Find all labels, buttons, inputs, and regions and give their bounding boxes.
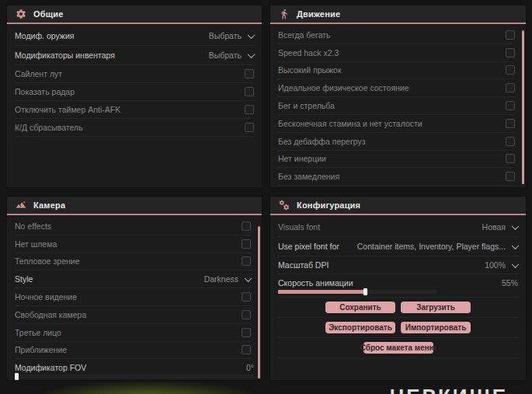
cd-reset-checkbox[interactable] (245, 123, 254, 132)
animation-speed-slider[interactable] (278, 290, 437, 294)
row-no-effects: No effects (15, 218, 251, 235)
row-no-inertia: Нет инерции (278, 151, 515, 169)
fov-slider[interactable] (15, 375, 254, 378)
row-cd-reset: К/Д сбрасыватель (15, 119, 254, 137)
row-anti-afk: Отключить таймер Anti-AFK (15, 101, 254, 119)
runner-icon (279, 9, 290, 19)
night-vision-checkbox[interactable] (242, 292, 251, 302)
panel-movement: Движение Всегда бегать Speed hack x2.3 В… (269, 5, 527, 188)
row-label: К/Д сбрасыватель (15, 123, 83, 132)
row-thermal-vision: Тепловое зрение (15, 253, 251, 271)
weapon-mod-dropdown[interactable]: Выбрать (209, 31, 254, 40)
inventory-mods-dropdown[interactable]: Выбрать (209, 51, 254, 60)
panel-config: Конфигурация Visuals font Новая Use pixe… (269, 196, 527, 381)
row-show-radar: Показать радар (15, 83, 254, 101)
panel-title: Камера (33, 200, 65, 210)
row-label: Скорость анимации (278, 278, 353, 288)
zoom-checkbox[interactable] (242, 345, 251, 354)
save-button[interactable]: Сохранить (325, 302, 395, 313)
row-label: Use pixel font for (278, 242, 339, 251)
button-row-reset: Сброс макета меню (278, 338, 518, 358)
panel-camera: Камера No effects Нет шлема Тепловое зре… (6, 196, 263, 381)
row-label: Ночное видение (15, 292, 77, 302)
row-label: No effects (15, 221, 51, 231)
row-weapon-mod: Модиф. оружия Выбрать (15, 26, 254, 46)
speed-hack-checkbox[interactable] (506, 48, 515, 58)
row-run-and-shoot: Бег и стрельба (278, 97, 515, 115)
animation-speed-slider-fill (278, 290, 366, 294)
row-third-person: Третье лицо (15, 324, 251, 342)
chevron-down-icon (248, 31, 256, 39)
dropdown-value: Выбрать (209, 31, 242, 40)
row-label: Нет инерции (278, 154, 326, 163)
no-inertia-checkbox[interactable] (506, 154, 515, 163)
no-slowdown-checkbox[interactable] (506, 172, 515, 181)
row-fov-modifier: Модификатор FOV 0° (15, 359, 254, 378)
panel-movement-header: Движение (270, 5, 526, 24)
camera-scrollbar[interactable] (258, 226, 260, 378)
no-helmet-checkbox[interactable] (242, 239, 251, 249)
row-label: Масштаб DPI (278, 260, 329, 270)
show-radar-checkbox[interactable] (245, 87, 254, 96)
high-jump-checkbox[interactable] (506, 65, 515, 75)
row-label: Отключить таймер Anti-AFK (15, 105, 120, 114)
dropdown-value: Darkness (204, 274, 238, 284)
style-dropdown[interactable]: Darkness (204, 274, 251, 284)
row-night-vision: Ночное видение (15, 288, 251, 306)
load-button[interactable]: Загрузить (401, 302, 471, 313)
chevron-down-icon (512, 242, 520, 249)
gear-icon (16, 9, 26, 19)
thermal-vision-checkbox[interactable] (242, 256, 251, 266)
reset-menu-layout-button[interactable]: Сброс макета меню (363, 342, 433, 354)
free-camera-checkbox[interactable] (242, 310, 251, 319)
always-run-checkbox[interactable] (506, 30, 515, 40)
row-label: Бег и стрельба (278, 101, 335, 110)
fov-value: 0° (246, 363, 254, 372)
row-perfect-condition: Идеальное физическое состояние (278, 79, 515, 97)
chevron-down-icon (245, 274, 252, 282)
chevron-down-icon (512, 260, 520, 268)
row-zoom: Приближение (15, 342, 251, 360)
row-label: Без дебаффа перегруз (278, 137, 366, 146)
row-style: Style Darkness (15, 270, 251, 288)
button-row-save-load: Сохранить Загрузить (278, 298, 518, 318)
anti-afk-checkbox[interactable] (245, 105, 254, 114)
row-animation-speed: Скорость анимации 55% (278, 274, 518, 298)
row-label: Свободная камера (15, 310, 86, 319)
panel-general-header: Общие (7, 5, 262, 24)
row-label: Бесконечная стамина и нет усталости (278, 119, 422, 128)
no-overload-debuff-checkbox[interactable] (506, 137, 515, 146)
row-label: Без замедления (278, 172, 339, 181)
movement-scrollbar[interactable] (522, 30, 524, 184)
fov-slider-handle[interactable] (15, 373, 19, 380)
pixel-font-dropdown[interactable]: Container items, Inventory, Player flags… (357, 242, 518, 251)
row-label: Модификатор FOV (15, 363, 86, 372)
export-button[interactable]: Экспортировать (325, 322, 395, 333)
silent-loot-checkbox[interactable] (245, 69, 254, 78)
animation-speed-slider-handle[interactable] (363, 288, 367, 295)
visuals-font-dropdown[interactable]: Новая (482, 222, 518, 232)
row-label: Всегда бегать (278, 30, 331, 40)
row-label: Нет шлема (15, 239, 57, 249)
dropdown-value: Выбрать (209, 51, 242, 60)
infinite-stamina-checkbox[interactable] (506, 119, 515, 128)
row-free-camera: Свободная камера (15, 306, 251, 324)
row-silent-loot: Сайлент лут (15, 65, 254, 83)
dropdown-value: 100% (485, 260, 506, 270)
perfect-condition-checkbox[interactable] (506, 83, 515, 92)
button-row-export-import: Экспортировать Импортировать (278, 318, 518, 338)
panel-config-header: Конфигурация (270, 197, 526, 215)
dpi-scale-dropdown[interactable]: 100% (485, 260, 518, 270)
run-and-shoot-checkbox[interactable] (506, 101, 515, 110)
row-label: Приближение (15, 345, 67, 354)
row-label: Идеальное физическое состояние (278, 83, 409, 92)
chevron-down-icon (248, 51, 256, 58)
row-no-helmet: Нет шлема (15, 235, 251, 253)
row-visuals-font: Visuals font Новая (278, 218, 518, 237)
chevron-down-icon (512, 222, 520, 230)
gears-icon (279, 200, 290, 211)
row-speed-hack: Speed hack x2.3 (278, 44, 515, 62)
import-button[interactable]: Импортировать (401, 322, 471, 333)
no-effects-checkbox[interactable] (242, 221, 251, 231)
third-person-checkbox[interactable] (242, 328, 251, 337)
